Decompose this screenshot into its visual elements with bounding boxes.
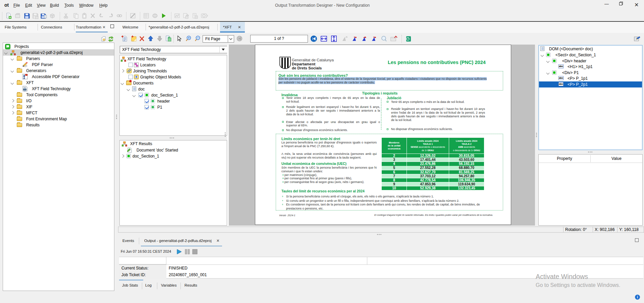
svg-text:1: 1 <box>168 37 169 39</box>
